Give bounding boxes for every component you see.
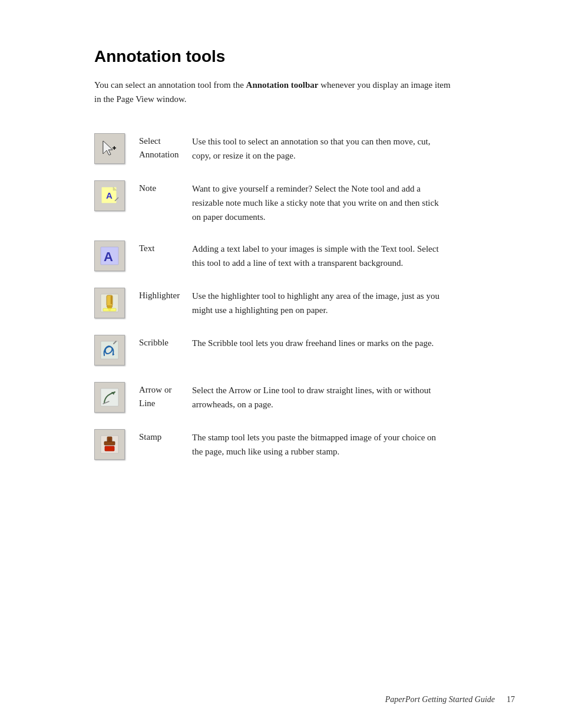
tool-row-select-annotation: SelectAnnotation Use this tool to select… [94,125,515,172]
arrow-line-desc: Select the Arrow or Line tool to draw st… [192,382,439,411]
svg-rect-22 [104,442,115,445]
arrow-line-name: Arrow orLine [139,382,192,410]
stamp-name: Stamp [139,429,192,444]
text-icon: A [98,245,121,267]
footer: PaperPort Getting Started Guide 17 [385,695,515,704]
select-annotation-desc: Use this tool to select an annotation so… [192,133,439,163]
text-desc: Adding a text label to your images is si… [192,241,439,270]
svg-text:A: A [104,249,113,264]
intro-bold: Annotation toolbar [246,80,319,90]
stamp-desc: The stamp tool lets you paste the bitmap… [192,429,439,459]
svg-rect-24 [108,438,111,442]
tool-row-highlighter: Highlighter Use the highlighter tool to … [94,279,515,327]
stamp-icon-box [94,429,125,460]
svg-marker-1 [103,141,113,155]
scribble-desc: The Scribble tool lets you draw freehand… [192,335,439,350]
svg-rect-14 [111,296,112,304]
tool-row-note: A Note Want to give yourself a reminder?… [94,172,515,232]
tool-row-scribble: Scribble The Scribble tool lets you draw… [94,327,515,374]
intro-text-start: You can select an annotation tool from t… [94,80,246,90]
select-annotation-icon [100,139,120,159]
highlighter-desc: Use the highlighter tool to highlight an… [192,288,439,317]
scribble-name: Scribble [139,335,192,350]
svg-rect-23 [105,446,114,451]
svg-rect-15 [101,341,118,359]
page-title: Annotation tools [94,47,515,66]
footer-guide-name: PaperPort Getting Started Guide [385,695,495,704]
svg-rect-13 [103,308,116,311]
highlighter-name: Highlighter [139,288,192,302]
arrow-line-icon [98,386,121,409]
note-name: Note [139,180,192,195]
note-icon: A [98,185,121,207]
tools-list: SelectAnnotation Use this tool to select… [94,125,515,468]
highlighter-icon [98,292,121,314]
tool-row-text: A Text Adding a text label to your image… [94,232,515,279]
tool-row-stamp: Stamp The stamp tool lets you paste the … [94,421,515,468]
text-icon-box: A [94,241,125,271]
scribble-icon [98,339,121,361]
select-annotation-name: SelectAnnotation [139,133,192,161]
scribble-icon-box [94,335,125,365]
tool-row-arrow-line: Arrow orLine Select the Arrow or Line to… [94,374,515,421]
select-annotation-icon-box [94,133,125,164]
stamp-icon [98,433,121,456]
footer-page-number: 17 [507,695,515,704]
note-desc: Want to give yourself a reminder? Select… [192,180,439,224]
arrow-line-icon-box [94,382,125,413]
text-name: Text [139,241,192,255]
note-icon-box: A [94,180,125,211]
intro-paragraph: You can select an annotation tool from t… [94,78,459,106]
page-container: Annotation tools You can select an annot… [0,0,562,515]
svg-text:A: A [106,190,113,200]
highlighter-icon-box [94,288,125,318]
